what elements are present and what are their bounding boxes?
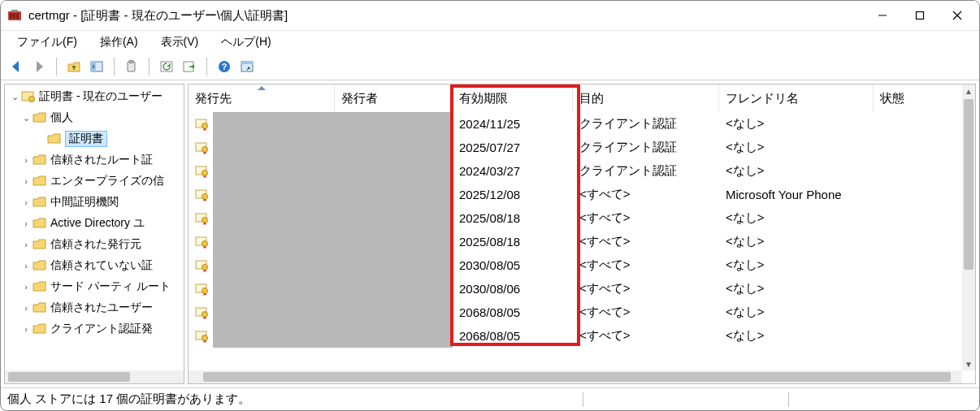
list-vscrollbar[interactable]: ▲ ▼ — [962, 84, 975, 370]
svg-point-34 — [202, 264, 208, 270]
tree-node[interactable]: 証明書 — [5, 128, 184, 149]
certificate-icon — [195, 283, 213, 296]
tree-node[interactable]: ›信頼されたルート証 — [5, 149, 184, 171]
cell-status — [874, 112, 975, 136]
list-hscrollbar[interactable] — [189, 370, 962, 383]
cell-status — [874, 301, 975, 324]
cell-issuer — [335, 159, 453, 183]
svg-point-30 — [202, 217, 208, 223]
cell-issued-to — [189, 230, 335, 253]
scroll-down-icon[interactable]: ▼ — [962, 357, 975, 370]
cell-expiry: 2024/03/27 — [453, 159, 573, 183]
tree-node-label: 信頼されたルート証 — [50, 153, 153, 167]
cell-friendly: <なし> — [719, 324, 874, 348]
collapse-icon[interactable]: ⌄ — [20, 111, 33, 124]
table-row[interactable]: 2030/08/05<すべて><なし> — [189, 253, 975, 277]
cell-expiry: 2030/08/06 — [453, 277, 573, 301]
redacted-text — [335, 159, 453, 183]
cell-friendly: <なし> — [719, 112, 874, 136]
tree[interactable]: ⌄ 証明書 - 現在のユーザー ⌄個人証明書›信頼されたルート証›エンタープライ… — [5, 84, 184, 370]
svg-rect-12 — [129, 60, 133, 63]
svg-rect-10 — [91, 62, 96, 71]
back-button[interactable] — [6, 56, 27, 77]
svg-point-28 — [202, 193, 208, 199]
tree-node-label: エンタープライズの信 — [50, 174, 164, 188]
expand-icon[interactable]: › — [20, 280, 33, 293]
cell-purpose: <すべて> — [573, 230, 719, 253]
menu-view[interactable]: 表示(V) — [150, 33, 210, 51]
tree-root[interactable]: ⌄ 証明書 - 現在のユーザー — [5, 86, 184, 107]
expand-icon[interactable]: › — [20, 154, 33, 167]
menu-file[interactable]: ファイル(F) — [6, 33, 89, 51]
expand-icon[interactable]: › — [20, 301, 33, 314]
folder-icon — [33, 196, 50, 209]
table-row[interactable]: 2024/03/27クライアント認証<なし> — [189, 159, 975, 183]
menu-help[interactable]: ヘルプ(H) — [210, 33, 282, 51]
show-hide-tree-button[interactable] — [86, 56, 107, 77]
redacted-text — [335, 206, 453, 230]
table-row[interactable]: 2068/08/05<すべて><なし> — [189, 301, 975, 324]
redacted-text — [213, 230, 335, 253]
svg-point-40 — [202, 335, 208, 340]
tree-node[interactable]: ›信頼されていない証 — [5, 255, 184, 276]
expand-icon[interactable]: › — [20, 259, 33, 272]
cell-friendly: <なし> — [719, 159, 874, 183]
export-button[interactable] — [179, 56, 200, 77]
redacted-text — [335, 277, 453, 301]
tree-node-label: 中間証明機関 — [50, 195, 119, 210]
new-window-button[interactable] — [236, 56, 258, 77]
tree-node[interactable]: ›Active Directory ユ — [5, 213, 184, 234]
column-purpose[interactable]: 目的 — [573, 84, 719, 112]
up-button[interactable] — [63, 56, 85, 77]
title-bar: certmgr - [証明書 - 現在のユーザー\個人\証明書] — [1, 1, 979, 30]
expand-icon[interactable]: › — [20, 175, 33, 188]
list-body[interactable]: 2024/11/25クライアント認証<なし>2025/07/27クライアント認証… — [189, 112, 975, 383]
expand-icon[interactable]: › — [20, 196, 33, 209]
tree-node[interactable]: ›クライアント認証発 — [5, 318, 184, 340]
close-button[interactable] — [939, 3, 976, 28]
window-title: certmgr - [証明書 - 現在のユーザー\個人\証明書] — [28, 8, 864, 24]
column-status[interactable]: 状態 — [874, 84, 975, 112]
expand-icon[interactable]: › — [20, 238, 33, 251]
table-row[interactable]: 2025/07/27クライアント認証<なし> — [189, 136, 975, 159]
tree-node[interactable]: ›信頼されたユーザー — [5, 297, 184, 318]
collapse-icon[interactable]: ⌄ — [8, 90, 21, 103]
svg-rect-4 — [11, 10, 18, 12]
column-issued-to[interactable]: 発行先 — [189, 84, 335, 112]
scroll-up-icon[interactable]: ▲ — [962, 84, 975, 97]
column-issuer[interactable]: 発行者 — [335, 84, 453, 112]
tree-node[interactable]: ›エンタープライズの信 — [5, 171, 184, 192]
expand-icon[interactable]: › — [20, 322, 33, 335]
table-row[interactable]: 2030/08/06<すべて><なし> — [189, 277, 975, 301]
tree-node[interactable]: ›信頼された発行元 — [5, 234, 184, 255]
forward-button[interactable] — [28, 56, 50, 77]
copy-button[interactable] — [121, 56, 142, 77]
table-row[interactable]: 2025/08/18<すべて><なし> — [189, 230, 975, 253]
cell-friendly: <なし> — [719, 253, 874, 277]
tree-hscrollbar[interactable] — [5, 370, 184, 383]
maximize-button[interactable] — [901, 3, 939, 28]
table-row[interactable]: 2025/12/08<すべて>Microsoft Your Phone — [189, 183, 975, 206]
tree-node[interactable]: ⌄個人 — [5, 107, 184, 128]
tree-node[interactable]: ›サード パーティ ルート — [5, 276, 184, 297]
table-row[interactable]: 2025/08/18<すべて><なし> — [189, 206, 975, 230]
column-expiry[interactable]: 有効期限 — [453, 84, 573, 112]
minimize-button[interactable] — [864, 3, 901, 28]
folder-icon — [33, 280, 50, 293]
cell-issuer — [335, 277, 453, 301]
column-friendly[interactable]: フレンドリ名 — [719, 84, 874, 112]
tree-node-label: Active Directory ユ — [50, 216, 145, 231]
cell-purpose: <すべて> — [573, 253, 719, 277]
expand-icon[interactable]: › — [20, 217, 33, 230]
toolbar-separator — [56, 58, 57, 76]
refresh-button[interactable] — [156, 56, 177, 77]
cell-purpose: クライアント認証 — [573, 159, 719, 183]
svg-point-24 — [202, 146, 208, 152]
table-row[interactable]: 2068/08/05<すべて><なし> — [189, 324, 975, 348]
table-row[interactable]: 2024/11/25クライアント認証<なし> — [189, 112, 975, 136]
tree-node[interactable]: ›中間証明機関 — [5, 192, 184, 213]
status-bar: 個人 ストアには 17 個の証明書があります。 — [1, 387, 979, 410]
help-button[interactable]: ? — [214, 56, 235, 77]
menu-action[interactable]: 操作(A) — [89, 33, 150, 51]
cell-status — [874, 136, 975, 159]
